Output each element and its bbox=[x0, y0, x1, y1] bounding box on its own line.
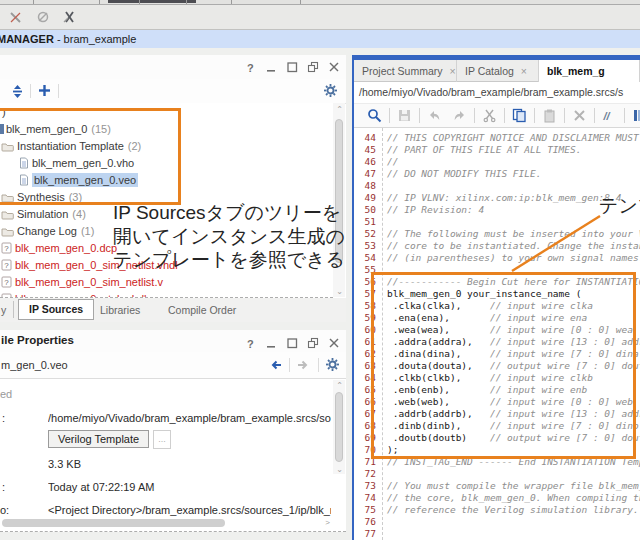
tree-item[interactable]: ?blk_mem_gen_0_sim_netlist.v bbox=[0, 274, 333, 291]
maximize-icon[interactable] bbox=[286, 60, 299, 73]
code-line: 71// INST_TAG_END ------ End INSTANTIATI… bbox=[354, 456, 640, 468]
code-line: 44// THIS COPYRIGHT NOTICE AND DISCLAIME… bbox=[354, 132, 640, 144]
scrollbar-thumb[interactable] bbox=[335, 392, 343, 462]
tab-compile-order[interactable]: Compile Order bbox=[168, 298, 236, 322]
help-icon[interactable]: ? bbox=[244, 336, 257, 349]
tree-item[interactable]: blk_mem_gen_0.veo bbox=[0, 172, 333, 189]
save-icon[interactable] bbox=[397, 108, 412, 123]
tab-hierarchy-partial[interactable]: y bbox=[1, 298, 6, 322]
settings-gear-icon[interactable] bbox=[323, 83, 338, 102]
comment-icon[interactable]: // bbox=[602, 108, 617, 123]
folder-icon bbox=[1, 208, 17, 220]
tree-item[interactable]: ?blk_mem_gen_0.dcp bbox=[0, 240, 333, 257]
redo-icon[interactable] bbox=[452, 108, 467, 123]
scroll-down-icon[interactable]: ⌄ bbox=[335, 465, 344, 474]
close-icon[interactable] bbox=[328, 60, 341, 73]
tree-item[interactable]: ?blk_mem_gen_0_stub.vhdl bbox=[0, 291, 333, 298]
copied-to-label-fragment: o: bbox=[0, 504, 9, 516]
tree-item[interactable]: Synthesis(3) bbox=[0, 189, 333, 206]
flow-navigator-header: MANAGER - bram_example bbox=[0, 30, 640, 48]
properties-file-name: m_gen_0.veo bbox=[1, 352, 68, 378]
tree-item[interactable]: Simulation(4) bbox=[0, 206, 333, 223]
code-editor-panel: Project Summary× IP Catalog× blk_mem_g /… bbox=[352, 55, 640, 540]
scroll-up-icon[interactable]: ⌃ bbox=[335, 105, 344, 114]
maximize-icon[interactable] bbox=[286, 336, 299, 349]
tree-item[interactable]: Instantiation Template(2) bbox=[0, 138, 333, 155]
modified-label-fragment: : bbox=[2, 481, 5, 493]
folder-icon bbox=[1, 225, 17, 237]
minimize-icon[interactable] bbox=[265, 60, 278, 73]
undo-icon[interactable] bbox=[427, 108, 442, 123]
code-line: 57blk_mem_gen_0 your_instance_name ( bbox=[354, 288, 640, 300]
float-icon[interactable] bbox=[307, 60, 320, 73]
tree-item[interactable]: blk_mem_gen_0(15) bbox=[0, 121, 333, 138]
tab-ip-catalog[interactable]: IP Catalog× bbox=[457, 60, 539, 82]
code-line: 60 .wea(wea), // input wire [0 : 0] wea bbox=[354, 324, 640, 336]
delete-icon[interactable] bbox=[572, 108, 587, 123]
file-type-more-button[interactable]: ... bbox=[153, 430, 171, 449]
columns-icon[interactable] bbox=[632, 108, 640, 123]
disabled-tool-icon-2[interactable] bbox=[35, 9, 51, 25]
properties-vertical-scrollbar[interactable]: ⌃ ⌄ bbox=[333, 380, 345, 474]
code-line: 61 .addra(addra), // input wire [13 : 0]… bbox=[354, 336, 640, 348]
code-editor[interactable]: 44// THIS COPYRIGHT NOTICE AND DISCLAIME… bbox=[354, 128, 640, 540]
tab-blk-mem-gen[interactable]: blk_mem_g bbox=[539, 60, 640, 82]
tab-project-summary[interactable]: Project Summary× bbox=[354, 60, 457, 82]
cut-icon[interactable] bbox=[482, 108, 497, 123]
float-icon[interactable] bbox=[307, 336, 320, 349]
scrollbar-thumb[interactable] bbox=[335, 119, 343, 263]
copied-to-value: <Project Directory>/bram_example.srcs/so… bbox=[48, 504, 331, 516]
manager-title: MANAGER bbox=[0, 33, 54, 45]
minimize-icon[interactable] bbox=[265, 336, 278, 349]
tab-libraries[interactable]: Libraries bbox=[100, 298, 140, 322]
tab-ip-sources[interactable]: IP Sources bbox=[18, 299, 94, 320]
properties-horizontal-scrollbar[interactable]: > bbox=[2, 518, 330, 528]
code-line: 56//----------- Begin Cut here for INSTA… bbox=[354, 276, 640, 288]
scroll-right-icon[interactable]: > bbox=[325, 518, 330, 528]
folder-icon bbox=[1, 140, 17, 152]
close-icon[interactable]: × bbox=[450, 65, 456, 77]
settings-gear-icon[interactable] bbox=[325, 357, 341, 373]
scrollbar-thumb[interactable] bbox=[2, 519, 225, 527]
code-line: 49// IP VLNV: xilinx.com:ip:blk_mem_gen:… bbox=[354, 192, 640, 204]
close-icon[interactable]: × bbox=[521, 65, 527, 77]
tree-item[interactable]: Change Log(1) bbox=[0, 223, 333, 240]
properties-toolbar: m_gen_0.veo bbox=[0, 352, 346, 379]
code-line: 47// DO NOT MODIFY THIS FILE. bbox=[354, 168, 640, 180]
tree-item[interactable]: ) bbox=[0, 104, 333, 121]
close-icon[interactable] bbox=[328, 336, 341, 349]
code-line: 65 .enb(enb), // input wire enb bbox=[354, 384, 640, 396]
missing-file-icon: ? bbox=[1, 242, 15, 254]
tree-item[interactable]: ?blk_mem_gen_0_sim_netlist.vhdl bbox=[0, 257, 333, 274]
scroll-down-icon[interactable]: ⌄ bbox=[335, 287, 344, 296]
code-line: 55 bbox=[354, 264, 640, 276]
code-line: 59 .ena(ena), // input wire ena bbox=[354, 312, 640, 324]
code-line: 70); bbox=[354, 444, 640, 456]
collapse-all-icon[interactable] bbox=[10, 84, 25, 103]
svg-text:?: ? bbox=[247, 62, 254, 74]
source-file-properties-panel: ile Properties ? m_gen_0.veo ed : /home/… bbox=[0, 330, 346, 532]
code-line: 53// core to be instantiated. Change the… bbox=[354, 240, 640, 252]
paste-icon[interactable] bbox=[542, 108, 557, 123]
add-sources-icon[interactable] bbox=[37, 83, 52, 102]
sources-tab-bar: y IP Sources Libraries Compile Order bbox=[0, 298, 346, 322]
code-line: 62 .dina(dina), // input wire [7 : 0] di… bbox=[354, 348, 640, 360]
top-toolbar-remnant bbox=[0, 0, 640, 5]
help-icon[interactable]: ? bbox=[244, 60, 257, 73]
manager-project: - bram_example bbox=[54, 33, 137, 45]
file-path-bar: /home/miyo/Vivado/bram_example/bram_exam… bbox=[354, 82, 640, 103]
back-arrow-icon[interactable] bbox=[267, 357, 283, 373]
disabled-tool-icon-1[interactable] bbox=[8, 9, 24, 25]
tree-item[interactable]: blk_mem_gen_0.vho bbox=[0, 155, 333, 172]
forward-arrow-icon[interactable] bbox=[296, 357, 312, 373]
file-type-button[interactable]: Verilog Template bbox=[48, 430, 149, 448]
sources-vertical-scrollbar[interactable]: ⌃ ⌄ bbox=[333, 103, 345, 297]
scroll-up-icon[interactable]: ⌃ bbox=[335, 381, 344, 390]
disabled-tool-icon-3[interactable] bbox=[62, 9, 78, 25]
search-icon[interactable] bbox=[367, 108, 382, 123]
file-icon bbox=[19, 157, 32, 169]
sources-panel-header: ? bbox=[0, 55, 346, 80]
editor-tab-bar: Project Summary× IP Catalog× blk_mem_g bbox=[354, 60, 640, 82]
copy-icon[interactable] bbox=[512, 108, 527, 123]
top-toolbar bbox=[0, 0, 640, 30]
